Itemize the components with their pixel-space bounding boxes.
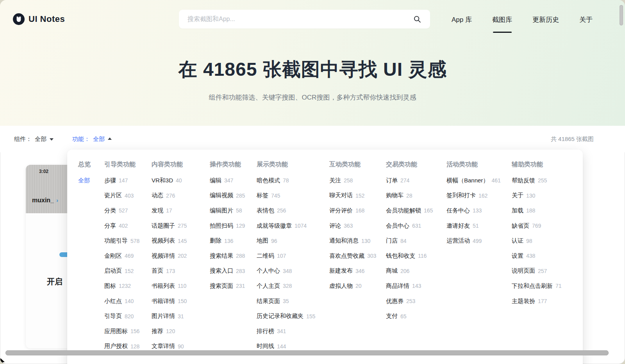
filter-option[interactable]: 拍照扫码129 <box>210 218 257 234</box>
filter-option[interactable]: 订单274 <box>386 173 446 188</box>
filter-option[interactable]: 暗色模式78 <box>257 173 329 188</box>
filter-option[interactable]: 会员功能解锁165 <box>386 203 446 218</box>
filter-option[interactable]: 历史记录和收藏夹155 <box>257 309 329 324</box>
filter-option[interactable]: 编辑图片58 <box>210 203 257 218</box>
filter-option[interactable]: 标签745 <box>257 188 329 203</box>
filter-option-count: 144 <box>277 343 286 350</box>
filter-option[interactable]: 签到和打卡162 <box>446 188 512 203</box>
filter-option[interactable]: 关于130 <box>512 188 570 203</box>
filter-option[interactable]: 缺省页769 <box>512 218 570 234</box>
filter-option[interactable]: 成就等级徽章1074 <box>257 218 329 234</box>
filter-option[interactable]: 商品详情143 <box>386 278 446 294</box>
filter-option[interactable]: 全部 <box>78 173 104 188</box>
filter-option[interactable]: 钱包和收支116 <box>386 248 446 264</box>
filter-option[interactable]: 搜索结果288 <box>210 248 257 264</box>
nav-app-library[interactable]: App 库 <box>452 15 472 24</box>
filter-option[interactable]: 评论363 <box>329 218 386 234</box>
filter-option-label: 新建发布 <box>329 267 353 275</box>
filter-option[interactable]: 搜索页面231 <box>210 278 257 294</box>
filter-option-count: 147 <box>119 177 128 184</box>
filter-option[interactable]: 步骤147 <box>104 173 152 188</box>
filter-option[interactable]: 邀请好友51 <box>446 218 512 234</box>
filter-option[interactable]: 二维码107 <box>257 248 329 264</box>
horizontal-scrollbar[interactable] <box>5 350 609 355</box>
function-filter-value: 全部 <box>93 136 105 143</box>
function-filter-dropdown[interactable]: 功能： 全部 <box>72 136 112 143</box>
card-username: muxin_ <box>32 197 54 204</box>
component-filter-dropdown[interactable]: 组件： 全部 <box>14 136 54 143</box>
filter-option[interactable]: 发现17 <box>152 203 210 218</box>
filter-option[interactable]: 关注258 <box>329 173 386 188</box>
filter-option-count: 202 <box>178 253 187 259</box>
filter-option[interactable]: 功能引导578 <box>104 233 152 248</box>
filter-option-label: 视频列表 <box>152 237 175 244</box>
filter-option[interactable]: 新建发布346 <box>329 264 386 279</box>
filter-option[interactable]: 分享402 <box>104 218 152 234</box>
filter-option[interactable]: 图片详情31 <box>152 309 210 324</box>
filter-option[interactable]: 视频详情202 <box>152 248 210 264</box>
filter-option-label: 应用图标 <box>104 328 128 335</box>
filter-option[interactable]: 动态276 <box>152 188 210 203</box>
filter-option[interactable]: 表情包256 <box>257 203 329 218</box>
filter-option[interactable]: 聊天对话152 <box>329 188 386 203</box>
filter-option[interactable]: 首页173 <box>152 264 210 279</box>
filter-option[interactable]: 书籍详情150 <box>152 294 210 309</box>
filter-option[interactable]: 视频列表145 <box>152 233 210 248</box>
filter-option[interactable]: 启动页152 <box>104 264 152 279</box>
filter-option[interactable]: 下拉和点击刷新71 <box>512 278 570 294</box>
filter-option[interactable]: 说明页面257 <box>512 264 570 279</box>
filter-option[interactable]: 认证98 <box>512 233 570 248</box>
filter-option[interactable]: 帮助反馈255 <box>512 173 570 188</box>
filter-option[interactable]: 话题圈子275 <box>152 218 210 234</box>
search-input[interactable] <box>188 16 413 23</box>
filter-option[interactable]: 编辑视频285 <box>210 188 257 203</box>
filter-option[interactable]: 支付65 <box>386 309 446 324</box>
filter-option[interactable]: 小红点140 <box>104 294 152 309</box>
filter-option[interactable]: 加载188 <box>512 203 570 218</box>
logo[interactable]: UI Notes <box>13 13 65 25</box>
filter-option[interactable]: 会员中心631 <box>386 218 446 234</box>
filter-option[interactable]: 任务中心133 <box>446 203 512 218</box>
column-item-list: 横幅（Banner）461签到和打卡162任务中心133邀请好友51运营活动49… <box>446 173 512 248</box>
nav-screenshot-library[interactable]: 截图库 <box>492 15 512 24</box>
filter-option[interactable]: 购物车28 <box>386 188 446 203</box>
filter-option[interactable]: 主题装扮177 <box>512 294 570 309</box>
filter-option[interactable]: 横幅（Banner）461 <box>446 173 512 188</box>
filter-option[interactable]: 评分评价168 <box>329 203 386 218</box>
filter-option[interactable]: 门店84 <box>386 233 446 248</box>
mouse-cursor <box>0 358 5 364</box>
filter-option[interactable]: 编辑347 <box>210 173 257 188</box>
filter-option[interactable]: 推荐120 <box>152 324 210 339</box>
filter-option[interactable]: VR和3D40 <box>152 173 210 188</box>
vertical-scrollbar[interactable] <box>620 5 623 25</box>
filter-option[interactable]: 商城206 <box>386 264 446 279</box>
filter-option[interactable]: 地图96 <box>257 233 329 248</box>
search-icon[interactable] <box>413 15 421 23</box>
nav-update-history[interactable]: 更新历史 <box>532 15 559 24</box>
filter-option[interactable]: 通知和消息130 <box>329 233 386 248</box>
nav-about[interactable]: 关于 <box>579 15 593 24</box>
filter-option[interactable]: 删除136 <box>210 233 257 248</box>
filter-option[interactable]: 分类527 <box>104 203 152 218</box>
filter-option-label: 启动页 <box>104 267 122 275</box>
filter-option-label: 金刚区 <box>104 252 122 260</box>
filter-option[interactable]: 金刚区469 <box>104 248 152 264</box>
filter-option[interactable]: 排行榜341 <box>257 324 329 339</box>
filter-option[interactable]: 搜索入口283 <box>210 264 257 279</box>
filter-option[interactable]: 结果页面35 <box>257 294 329 309</box>
filter-option[interactable]: 引导页820 <box>104 309 152 324</box>
filter-option[interactable]: 个人主页328 <box>257 278 329 294</box>
filter-option[interactable]: 瓷片区403 <box>104 188 152 203</box>
filter-option-label: 关注 <box>329 177 341 184</box>
filter-option[interactable]: 虚拟人物20 <box>329 278 386 294</box>
filter-option[interactable]: 设置438 <box>512 248 570 264</box>
filter-option[interactable]: 运营活动499 <box>446 233 512 248</box>
filter-option[interactable]: 个人中心348 <box>257 264 329 279</box>
filter-option-label: 暗色模式 <box>257 177 280 184</box>
filter-option[interactable]: 喜欢点赞收藏303 <box>329 248 386 264</box>
filter-option[interactable]: 应用图标156 <box>104 324 152 339</box>
filter-option[interactable]: 图标1232 <box>104 278 152 294</box>
filter-option-count: 71 <box>555 283 562 289</box>
filter-option[interactable]: 优惠券253 <box>386 294 446 309</box>
filter-option[interactable]: 书籍列表110 <box>152 278 210 294</box>
